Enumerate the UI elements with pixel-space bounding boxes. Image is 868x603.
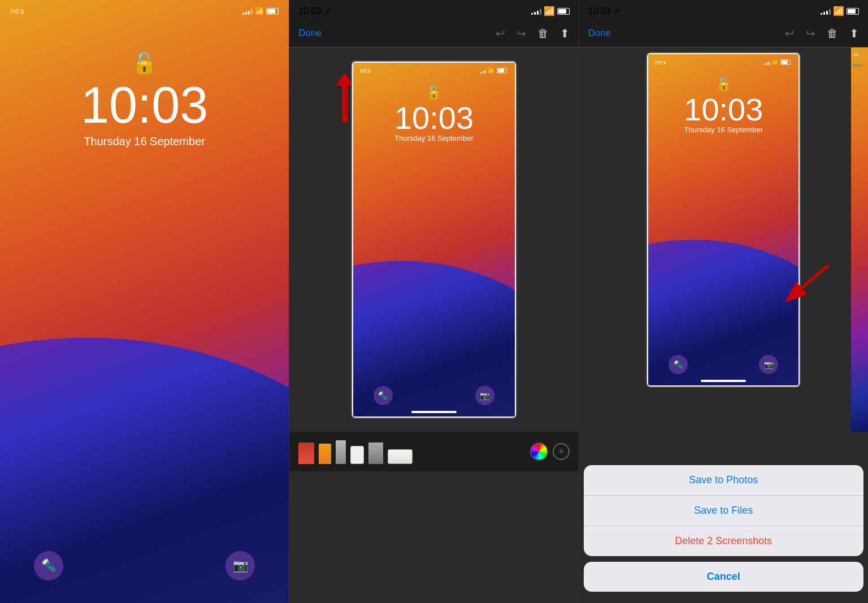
share-date: Thursday 16 September: [684, 125, 763, 134]
action-sheet-overlay: Save to Photos Save to Files Delete 2 Sc…: [579, 465, 868, 603]
status-bar-panel1: mt:s 📶: [0, 0, 289, 18]
screenshot-editor-panel: 10:03 ↗ 📶 Done ↩ ↪ 🗑 ⬆: [289, 0, 579, 603]
status-icons: 📶: [242, 7, 279, 15]
lock-icon: 🔓: [132, 51, 157, 75]
status-time-p3: 10:03 ↗: [588, 6, 620, 16]
arrow-head: [336, 73, 354, 85]
share-home-indicator: [701, 380, 746, 382]
red-arrow-up: [336, 73, 354, 122]
battery-icon-p3: [847, 8, 859, 15]
wifi-icon: 📶: [255, 7, 264, 15]
editor-canvas: mt:s 📶 🔓 10:0: [289, 47, 578, 432]
redo-icon-p3[interactable]: ↪: [806, 27, 815, 40]
signal-icon: [242, 8, 253, 15]
markup-toolbar: +: [289, 432, 578, 471]
eraser-tool[interactable]: [350, 439, 364, 464]
editor-canvas-p3: mt:s 📶 🔓 10:0: [579, 47, 868, 432]
status-bar-panel2: 10:03 ↗ 📶: [289, 0, 578, 20]
share-camera-btn[interactable]: 📷: [759, 355, 778, 374]
flashlight-button[interactable]: 🔦: [34, 551, 63, 580]
delete-screenshots-button[interactable]: Delete 2 Screenshots: [584, 526, 863, 556]
save-to-files-button[interactable]: Save to Files: [584, 496, 863, 526]
screenshot-wallpaper: mt:s 📶 🔓 10:0: [353, 63, 515, 417]
add-tool-button[interactable]: +: [553, 443, 570, 460]
battery-icon: [266, 8, 279, 15]
status-bar-panel3: 10:03 ↗ 📶: [579, 0, 868, 20]
screenshot-date: Thursday 16 September: [394, 134, 473, 142]
share-lock-icon: 🔓: [716, 77, 731, 92]
partial-panel-right: 10 Don: [851, 47, 868, 432]
share-screenshot-preview: mt:s 📶 🔓 10:0: [647, 53, 800, 387]
lock-screen-panel: mt:s 📶 🔓 10:03 Thursday 16 September 🔦 📷: [0, 0, 289, 603]
screenshot-preview: mt:s 📶 🔓 10:0: [352, 62, 516, 418]
arrow-shaft: [342, 85, 348, 122]
screenshot-lock-icon: 🔓: [426, 85, 441, 100]
pen-tool[interactable]: [298, 439, 314, 464]
screenshot-lock-content: 🔓 10:03 Thursday 16 September: [353, 63, 515, 142]
status-icons-p3: 📶: [821, 6, 859, 16]
camera-button[interactable]: 📷: [225, 551, 255, 580]
screenshot-bottom-bar: 🔦 📷: [353, 386, 515, 405]
lock-screen-content: 🔓 10:03 Thursday 16 September: [0, 18, 289, 148]
share-wallpaper: mt:s 📶 🔓 10:0: [648, 54, 798, 385]
save-to-photos-button[interactable]: Save to Photos: [584, 465, 863, 496]
signal-icon-p3: [821, 8, 831, 15]
marker-tool[interactable]: [319, 439, 331, 464]
action-sheet: Save to Photos Save to Files Delete 2 Sc…: [584, 465, 863, 556]
lock-date: Thursday 16 September: [84, 135, 205, 148]
screenshot-time: 10:03: [394, 102, 474, 134]
red-arrow-diagonal: [778, 262, 834, 307]
trash-icon-p3[interactable]: 🗑: [827, 27, 838, 40]
status-icons-p2: 📶: [531, 6, 570, 16]
cancel-button[interactable]: Cancel: [584, 562, 863, 592]
toolbar-icons-p3: ↩ ↪ 🗑 ⬆: [785, 27, 859, 40]
share-menu-panel: 10:03 ↗ 📶 Done ↩ ↪ 🗑 ⬆: [579, 0, 868, 603]
wifi-icon-p2: 📶: [544, 6, 555, 16]
share-lock-content: 🔓 10:03 Thursday 16 September: [648, 54, 798, 134]
share-icon[interactable]: ⬆: [560, 27, 570, 40]
share-icon-p3[interactable]: ⬆: [849, 27, 859, 40]
svg-line-1: [789, 265, 828, 299]
ss-flashlight-btn[interactable]: 🔦: [374, 386, 393, 405]
bottom-bar: 🔦 📷: [0, 551, 289, 580]
share-bottom-bar: 🔦 📷: [648, 355, 798, 374]
ss-camera-btn[interactable]: 📷: [475, 386, 494, 405]
signal-icon-p2: [531, 8, 541, 15]
lasso-tool[interactable]: [368, 439, 383, 464]
color-picker[interactable]: [530, 443, 548, 461]
undo-icon[interactable]: ↩: [496, 27, 505, 40]
undo-icon-p3[interactable]: ↩: [785, 27, 795, 40]
redo-icon[interactable]: ↪: [517, 27, 526, 40]
wifi-icon-p3: 📶: [833, 6, 844, 16]
battery-icon-p2: [557, 8, 570, 15]
share-flashlight-btn[interactable]: 🔦: [669, 355, 688, 374]
done-button[interactable]: Done: [298, 28, 322, 39]
trash-icon[interactable]: 🗑: [537, 27, 549, 40]
editor-toolbar-p3: Done ↩ ↪ 🗑 ⬆: [579, 20, 868, 47]
carrier-label: mt:s: [10, 7, 24, 15]
home-indicator: [411, 411, 457, 413]
done-button-p3[interactable]: Done: [588, 28, 611, 39]
editor-toolbar: Done ↩ ↪ 🗑 ⬆: [289, 20, 578, 47]
share-time: 10:03: [684, 94, 763, 125]
status-time-p2: 10:03 ↗: [298, 6, 331, 16]
lock-time: 10:03: [81, 80, 208, 131]
toolbar-icons: ↩ ↪ 🗑 ⬆: [496, 27, 570, 40]
pencil-tool[interactable]: [336, 439, 346, 464]
ruler-tool[interactable]: [388, 439, 413, 464]
